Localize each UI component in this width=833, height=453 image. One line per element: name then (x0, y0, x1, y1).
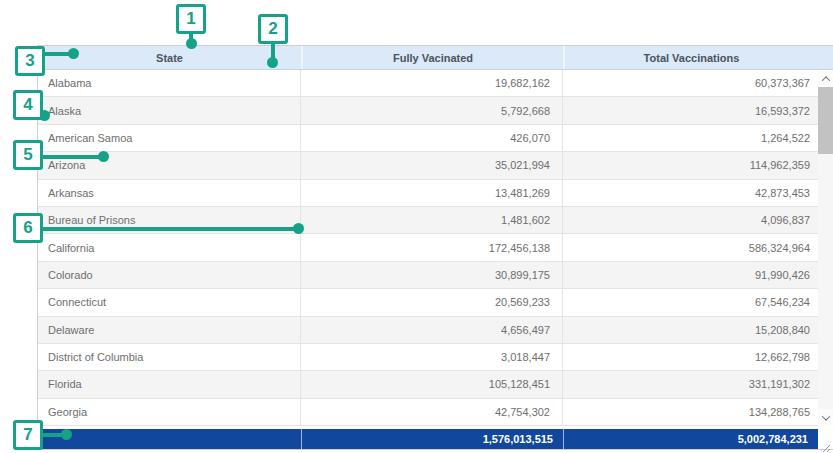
table-row-arkansas[interactable]: Arkansas 13,481,269 42,873,453 (38, 180, 818, 207)
cell-total-vaccinations: 42,873,453 (563, 180, 818, 206)
callout-badge-4: 4 (13, 90, 43, 120)
table-row-georgia[interactable]: Georgia 42,754,302 134,288,765 (38, 399, 818, 426)
cell-fully-vaccinated: 1,481,602 (301, 207, 563, 233)
cell-fully-vaccinated: 19,682,162 (301, 70, 563, 96)
callout-dot-2 (267, 57, 278, 68)
cell-fully-vaccinated: 20,569,233 (301, 289, 563, 315)
summary-cell-total-vaccinations: 5,002,784,231 (563, 429, 818, 449)
callout-dot-3 (68, 48, 79, 59)
cell-fully-vaccinated: 13,481,269 (301, 180, 563, 206)
callout-dot-6 (293, 223, 304, 234)
cell-state: Alaska (38, 97, 301, 123)
callout-badge-6: 6 (13, 213, 43, 243)
cell-state: Delaware (38, 317, 301, 343)
table-row-colorado[interactable]: Colorado 30,899,175 91,990,426 (38, 262, 818, 289)
scroll-down-button[interactable] (818, 409, 833, 426)
cell-total-vaccinations: 91,990,426 (563, 262, 818, 288)
callout-badge-1: 1 (176, 4, 206, 34)
resize-grip-icon[interactable] (822, 439, 831, 448)
summary-cell-state (38, 429, 301, 449)
cell-total-vaccinations: 16,593,372 (563, 97, 818, 123)
callout-badge-3: 3 (15, 46, 45, 76)
cell-fully-vaccinated: 42,754,302 (301, 399, 563, 425)
column-header-total-vaccinations[interactable]: Total Vaccinations (563, 46, 818, 69)
table-header-row: State Fully Vacinated Total Vaccinations (38, 46, 833, 70)
vertical-scrollbar[interactable] (818, 70, 833, 426)
cell-total-vaccinations: 1,264,522 (563, 125, 818, 151)
table-row-district-of-columbia[interactable]: District of Columbia 3,018,447 12,662,79… (38, 344, 818, 371)
chevron-down-icon (821, 412, 829, 420)
attribute-table: State Fully Vacinated Total Vaccinations… (37, 45, 833, 450)
cell-state: Connecticut (38, 289, 301, 315)
cell-total-vaccinations: 331,191,302 (563, 371, 818, 397)
callout-line-6 (42, 227, 299, 231)
cell-state: California (38, 234, 301, 260)
cell-fully-vaccinated: 5,792,668 (301, 97, 563, 123)
cell-fully-vaccinated: 105,128,451 (301, 371, 563, 397)
cell-fully-vaccinated: 30,899,175 (301, 262, 563, 288)
scroll-up-button[interactable] (818, 70, 833, 87)
cell-total-vaccinations: 15,208,840 (563, 317, 818, 343)
column-header-fully-vaccinated[interactable]: Fully Vacinated (301, 46, 563, 69)
cell-total-vaccinations: 60,373,367 (563, 70, 818, 96)
callout-dot-1 (186, 38, 197, 49)
cell-total-vaccinations: 134,288,765 (563, 399, 818, 425)
cell-fully-vaccinated: 172,456,138 (301, 234, 563, 260)
table-body: Alabama 19,682,162 60,373,367 Alaska 5,7… (38, 70, 818, 426)
table-row-delaware[interactable]: Delaware 4,656,497 15,208,840 (38, 317, 818, 344)
table-row-arizona[interactable]: Arizona 35,021,994 114,962,359 (38, 152, 818, 179)
chevron-up-icon (821, 76, 829, 84)
cell-total-vaccinations: 586,324,964 (563, 234, 818, 260)
cell-state: Alabama (38, 70, 301, 96)
cell-fully-vaccinated: 3,018,447 (301, 344, 563, 370)
cell-fully-vaccinated: 4,656,497 (301, 317, 563, 343)
table-row-california[interactable]: California 172,456,138 586,324,964 (38, 234, 818, 261)
summary-row: 1,576,013,515 5,002,784,231 (38, 429, 818, 449)
cell-fully-vaccinated: 35,021,994 (301, 152, 563, 178)
header-spacer (818, 46, 833, 69)
callout-dot-7 (61, 429, 72, 440)
cell-fully-vaccinated: 426,070 (301, 125, 563, 151)
scrollbar-thumb[interactable] (818, 87, 833, 154)
cell-total-vaccinations: 4,096,837 (563, 207, 818, 233)
table-row-connecticut[interactable]: Connecticut 20,569,233 67,546,234 (38, 289, 818, 316)
callout-badge-7: 7 (13, 420, 43, 450)
summary-cell-fully-vaccinated: 1,576,013,515 (301, 429, 563, 449)
cell-state: American Samoa (38, 125, 301, 151)
cell-state: Florida (38, 371, 301, 397)
annotated-table-screenshot: State Fully Vacinated Total Vaccinations… (0, 0, 833, 453)
cell-total-vaccinations: 12,662,798 (563, 344, 818, 370)
cell-state: Colorado (38, 262, 301, 288)
cell-total-vaccinations: 114,962,359 (563, 152, 818, 178)
callout-line-5 (42, 155, 104, 159)
cell-state: District of Columbia (38, 344, 301, 370)
callout-badge-5: 5 (13, 140, 43, 170)
table-row-american-samoa[interactable]: American Samoa 426,070 1,264,522 (38, 125, 818, 152)
cell-state: Arkansas (38, 180, 301, 206)
cell-state: Georgia (38, 399, 301, 425)
table-row-alabama[interactable]: Alabama 19,682,162 60,373,367 (38, 70, 818, 97)
table-row-alaska[interactable]: Alaska 5,792,668 16,593,372 (38, 97, 818, 124)
table-row-florida[interactable]: Florida 105,128,451 331,191,302 (38, 371, 818, 398)
callout-dot-5 (98, 151, 109, 162)
cell-total-vaccinations: 67,546,234 (563, 289, 818, 315)
callout-badge-2: 2 (258, 14, 288, 44)
